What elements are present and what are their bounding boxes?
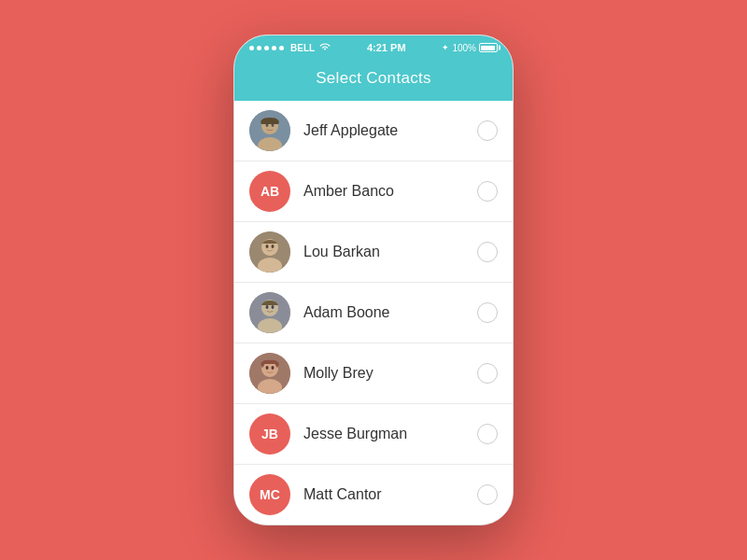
- bluetooth-icon: ✦: [442, 43, 449, 52]
- avatar-lou-barkan: [249, 231, 290, 273]
- radio-button-molly-brey[interactable]: [477, 363, 498, 384]
- header-title: Select Contacts: [316, 69, 431, 87]
- radio-button-lou-barkan[interactable]: [477, 242, 498, 262]
- status-right: ✦ 100%: [442, 43, 498, 53]
- radio-button-jeff-applegate[interactable]: [477, 120, 498, 141]
- signal-dot-2: [257, 46, 261, 50]
- signal-dot-5: [279, 46, 284, 50]
- status-bar: BELL 4:21 PM ✦ 100%: [234, 35, 513, 60]
- contacts-list: Jeff Applegate AB Amber Banco Lou Barkan…: [234, 101, 513, 525]
- contact-item-matt-cantor[interactable]: MC Matt Cantor: [234, 465, 513, 525]
- avatar-matt-cantor: MC: [249, 474, 290, 515]
- header: Select Contacts: [234, 60, 513, 101]
- contact-name-molly-brey: Molly Brey: [303, 365, 477, 382]
- time-display: 4:21 PM: [367, 42, 406, 53]
- avatar-amber-banco: AB: [249, 171, 290, 212]
- contact-item-adam-boone[interactable]: Adam Boone: [234, 283, 513, 343]
- contact-item-molly-brey[interactable]: Molly Brey: [234, 343, 513, 404]
- svg-point-15: [272, 305, 275, 309]
- avatar-jesse-burgman: JB: [249, 413, 290, 455]
- contact-name-adam-boone: Adam Boone: [303, 304, 477, 321]
- battery-percent: 100%: [452, 43, 476, 53]
- status-left: BELL: [249, 42, 331, 53]
- contact-item-jesse-burgman[interactable]: JB Jesse Burgman: [234, 404, 513, 465]
- contact-item-amber-banco[interactable]: AB Amber Banco: [234, 161, 513, 222]
- avatar-jeff-applegate: [249, 110, 290, 151]
- wifi-icon: [319, 42, 331, 53]
- svg-point-20: [272, 366, 275, 370]
- contact-name-lou-barkan: Lou Barkan: [303, 244, 477, 260]
- svg-point-19: [266, 366, 269, 370]
- contact-name-matt-cantor: Matt Cantor: [303, 486, 477, 503]
- svg-point-9: [266, 245, 269, 248]
- battery-icon: [479, 43, 498, 52]
- avatar-molly-brey: [249, 353, 290, 394]
- carrier-label: BELL: [290, 43, 315, 53]
- signal-dot-1: [249, 46, 254, 50]
- avatar-adam-boone: [249, 292, 290, 333]
- signal-dot-3: [264, 46, 269, 50]
- radio-button-matt-cantor[interactable]: [477, 484, 498, 505]
- svg-point-14: [266, 305, 269, 309]
- contact-item-jeff-applegate[interactable]: Jeff Applegate: [234, 101, 513, 161]
- contact-name-jesse-burgman: Jesse Burgman: [303, 426, 477, 442]
- svg-point-10: [272, 245, 275, 248]
- phone-container: BELL 4:21 PM ✦ 100% Select Contacts: [233, 35, 514, 525]
- contact-item-lou-barkan[interactable]: Lou Barkan: [234, 222, 513, 283]
- contact-name-amber-banco: Amber Banco: [303, 183, 477, 200]
- radio-button-jesse-burgman[interactable]: [477, 424, 498, 444]
- signal-dot-4: [272, 46, 276, 50]
- contact-name-jeff-applegate: Jeff Applegate: [303, 122, 477, 139]
- radio-button-amber-banco[interactable]: [477, 181, 498, 202]
- radio-button-adam-boone[interactable]: [477, 302, 498, 323]
